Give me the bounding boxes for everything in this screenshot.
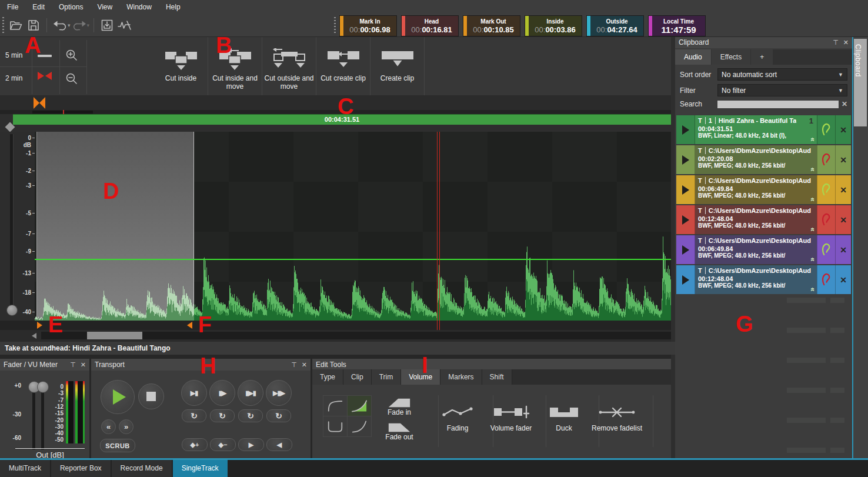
clipboard-item[interactable]: TC:\Users\DbmAzure\Desktop\Aud00:12:48.0… [676,265,851,294]
redo-dropdown-icon[interactable]: ▾ [87,22,90,28]
play-variant-button-2[interactable]: ▮▶ [209,380,235,406]
collapse-chevrons-icon[interactable]: « [809,168,817,172]
timeline-marker-icon[interactable] [34,97,45,109]
workspace-tab-record-mode[interactable]: Record Mode [112,460,172,477]
play-button[interactable] [101,380,135,414]
scroll-left-icon[interactable] [32,333,36,339]
item-delete-button[interactable]: ✕ [835,145,851,174]
scrollbar-thumb[interactable] [87,332,142,339]
collapse-chevrons-icon[interactable]: « [809,258,817,262]
item-prelisten-button[interactable] [817,205,835,234]
scrub-button[interactable]: SCRUB [100,439,135,452]
collapse-chevrons-icon[interactable]: « [809,198,817,202]
fade-curve-exp-button[interactable] [347,416,372,437]
play-variant-button-4[interactable]: ▶▮▶ [266,380,292,406]
add-marker-button[interactable]: ◆+ [182,438,208,451]
workspace-tab-singletrack[interactable]: SingleTrack [173,460,228,477]
clip-marker-strip[interactable] [0,321,671,330]
waveform-view[interactable] [35,132,671,321]
save-icon[interactable] [25,16,42,34]
add-clipboard-tab[interactable]: + [751,49,773,65]
collapse-range-icon[interactable] [38,72,52,80]
item-delete-button[interactable]: ✕ [835,175,851,204]
skip-forward-button[interactable]: » [119,419,133,434]
search-clear-icon[interactable]: ✕ [842,100,847,108]
workspace-tab-multitrack[interactable]: MultiTrack [0,460,50,477]
item-play-button[interactable] [676,115,695,144]
item-prelisten-button[interactable] [817,175,835,204]
item-delete-button[interactable]: ✕ [835,265,851,294]
item-prelisten-button[interactable] [817,115,835,144]
remove-marker-button[interactable]: ◆− [210,438,236,451]
menu-file[interactable]: File [0,0,25,14]
cut-inside-button[interactable]: Cut inside [154,36,208,95]
menu-window[interactable]: Window [119,0,159,14]
item-prelisten-button[interactable] [817,145,835,174]
fade-curve-dip-button[interactable] [323,416,348,437]
clipboard-tab-audio[interactable]: Audio [675,49,711,65]
import-take-icon[interactable] [98,16,116,34]
redo-icon[interactable] [71,16,88,34]
pin-icon[interactable]: ⊤ [833,39,839,46]
fade-in-button[interactable]: Fade in [373,396,425,416]
item-delete-button[interactable]: ✕ [835,205,851,234]
clipboard-item[interactable]: TC:\Users\DbmAzure\Desktop\Aud00:12:48.0… [676,205,851,234]
menu-options[interactable]: Options [52,0,90,14]
collapse-chevrons-icon[interactable]: « [809,138,817,142]
stop-button[interactable] [138,383,164,409]
undo-icon[interactable] [51,16,69,34]
item-play-button[interactable] [676,145,695,174]
level-slider-knob[interactable] [6,305,18,316]
filter-dropdown[interactable]: No filter ▼ [717,84,847,96]
scrollbar-track[interactable] [41,332,671,339]
play-variant-button-1[interactable]: ▶▮ [181,380,207,406]
loop-button-4[interactable]: ↻ [266,409,291,422]
cut-create-clip-button[interactable]: Cut create clip [316,36,370,95]
timeline-overview-bar[interactable] [0,110,671,114]
timeline-marker-row[interactable] [0,95,671,110]
loop-button-3[interactable]: ↻ [238,409,263,422]
remove-fadelist-button[interactable]: Remove fadelist [590,405,644,432]
open-folder-icon[interactable] [7,16,25,34]
collapse-chevrons-icon[interactable]: « [809,228,817,232]
item-play-button[interactable] [676,235,695,264]
level-slider-track[interactable] [10,134,14,311]
loop-button-1[interactable]: ↻ [182,409,206,422]
cut-outside-move-button[interactable]: Cut outside and move [262,36,316,95]
menu-help[interactable]: Help [159,0,188,14]
zoom-in-icon[interactable] [65,48,79,62]
clipboard-tab-effects[interactable]: Effects [712,49,750,65]
fade-curve-log-button[interactable] [323,395,348,416]
item-play-button[interactable] [676,175,695,204]
item-play-button[interactable] [676,205,695,234]
item-delete-button[interactable]: ✕ [835,115,851,144]
menu-view[interactable]: View [90,0,119,14]
collapse-chevrons-icon[interactable]: « [809,288,817,292]
fader-knob[interactable] [37,381,49,393]
volume-fader-button[interactable]: Volume fader [484,405,538,432]
clipboard-item[interactable]: TC:\Users\DbmAzure\Desktop\Aud00:06:49.8… [676,235,851,264]
fading-button[interactable]: Fading [430,405,485,432]
next-marker-button[interactable]: ▶ [238,438,264,451]
waveform-hscrollbar[interactable] [0,330,671,342]
signal-settings-icon[interactable] [116,16,133,34]
create-clip-button[interactable]: Create clip [370,36,425,95]
skip-back-button[interactable]: « [101,419,116,434]
clipboard-side-tab[interactable]: Clipboard [854,39,867,126]
timecode-toolbar-grip[interactable] [334,17,336,34]
item-prelisten-button[interactable] [817,235,835,264]
pin-icon[interactable]: ⊤ [70,361,76,369]
sort-order-dropdown[interactable]: No automatic sort ▼ [717,68,847,81]
zoom-range-2min[interactable]: 2 min [5,74,22,82]
item-prelisten-button[interactable] [817,265,835,294]
duck-button[interactable]: Duck [537,405,591,432]
fade-out-button[interactable]: Fade out [373,421,425,441]
fader-track[interactable] [41,386,45,449]
item-play-button[interactable] [676,265,695,294]
item-delete-button[interactable]: ✕ [835,235,851,264]
mark-out-handle-icon[interactable] [187,322,192,329]
close-icon[interactable]: ✕ [81,361,86,369]
clipboard-item[interactable]: T1Hindi Zahra - Beautiful Ta100:04:31.51… [676,115,851,144]
fade-curve-smooth-button[interactable] [347,395,372,416]
search-input[interactable] [717,101,839,108]
